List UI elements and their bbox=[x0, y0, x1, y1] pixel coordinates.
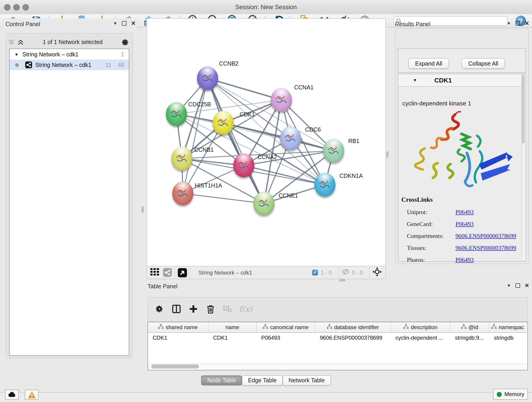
panel-close-icon[interactable]: ✕ bbox=[131, 20, 136, 27]
column-type-icon bbox=[263, 324, 268, 331]
table-hscrollbar-thumb[interactable] bbox=[151, 364, 199, 369]
node-CDK1[interactable] bbox=[213, 111, 234, 135]
trash-icon[interactable] bbox=[204, 302, 216, 316]
panel-close-icon[interactable]: ✕ bbox=[525, 282, 529, 289]
crosslink-link[interactable]: 9606.ENSP00000378699 bbox=[456, 244, 516, 252]
panel-float-icon[interactable] bbox=[122, 21, 127, 26]
function-icon[interactable]: f(x) bbox=[240, 302, 252, 316]
crosslinks-list: Uniprot:P06493GeneCard:P06493Compartment… bbox=[407, 209, 521, 268]
column-header-canonical-name[interactable]: canonical name bbox=[257, 322, 315, 332]
crosslink-link[interactable]: P06493 bbox=[456, 209, 474, 216]
column-header-description[interactable]: description bbox=[391, 322, 450, 332]
table-cell[interactable]: CDK1 bbox=[148, 333, 209, 343]
gene-symbol: CDK1 bbox=[434, 77, 452, 84]
network-label: String Network – cdk1 bbox=[35, 62, 105, 68]
crosslink-row: Compartments:9606.ENSP00000378699 bbox=[407, 232, 521, 240]
warning-icon[interactable] bbox=[25, 390, 38, 400]
split-columns-icon[interactable] bbox=[171, 302, 182, 316]
collapse-all-button[interactable]: Collapse All bbox=[462, 58, 505, 69]
node-label-CCNB2: CCNB2 bbox=[219, 61, 239, 67]
node-label-CCNA1: CCNA1 bbox=[294, 84, 314, 91]
results-panel-title: Results Panel bbox=[395, 20, 430, 28]
column-type-icon bbox=[404, 324, 409, 331]
gear-icon[interactable] bbox=[153, 302, 165, 316]
node-HIST1H1A[interactable] bbox=[172, 182, 193, 205]
node-CCNB2[interactable] bbox=[197, 66, 218, 90]
tree-expand-icon[interactable]: ▼ bbox=[13, 52, 20, 57]
protein-structure-image bbox=[410, 109, 520, 191]
table-cell[interactable]: CDK1 bbox=[209, 333, 257, 343]
network-view-name: String Network – cdk1 bbox=[198, 269, 252, 276]
node-CDC6[interactable] bbox=[280, 127, 301, 150]
gene-section-header[interactable]: ▼ CDK1 bbox=[398, 74, 521, 87]
table-cell[interactable]: P06493 bbox=[257, 333, 315, 343]
collection-count: 1 bbox=[121, 51, 124, 57]
memory-label: Memory bbox=[505, 391, 525, 397]
edge-CCNB2-HIST1H1A[interactable] bbox=[183, 78, 208, 193]
selected-checkbox-icon[interactable]: ✓ bbox=[312, 269, 318, 275]
column-header-namespac[interactable]: namespac bbox=[489, 322, 526, 332]
crosslink-link[interactable]: P06493 bbox=[456, 220, 474, 228]
network-tree-child-row[interactable]: String Network – cdk1 11 48 bbox=[10, 60, 129, 70]
panel-close-icon[interactable]: ✕ bbox=[525, 20, 529, 27]
node-CDC25B[interactable] bbox=[166, 102, 187, 126]
memory-button[interactable]: Memory bbox=[493, 389, 528, 400]
splitter-handle-left[interactable] bbox=[142, 206, 144, 213]
table-tabs: Node TableEdge TableNetwork Table bbox=[0, 375, 532, 387]
table-cell[interactable]: 9606.ENSP00000378699 bbox=[315, 333, 391, 343]
fit-selected-crosshair-icon[interactable] bbox=[373, 267, 382, 278]
column-label: shared name bbox=[166, 324, 198, 331]
edge-HIST1H1A-CCNE1[interactable] bbox=[183, 193, 264, 204]
node-CCNE1[interactable] bbox=[253, 191, 274, 216]
share-network-icon[interactable] bbox=[163, 268, 172, 277]
edge-CCNB2-CCNA1[interactable] bbox=[208, 78, 281, 100]
table-row[interactable]: CDK1CDK1P064939606.ENSP00000378699cyclin… bbox=[148, 333, 526, 343]
panel-float-icon[interactable] bbox=[515, 21, 520, 26]
string-network-icon bbox=[25, 61, 32, 68]
crosslink-link[interactable]: P06493 bbox=[456, 256, 474, 264]
network-canvas[interactable]: CCNB2CCNA1CDC25BCDK1CDC6RB1CCNB1CCNA2CDK… bbox=[147, 18, 386, 267]
network-tree-root-row[interactable]: ▼ String Network – cdk1 1 bbox=[10, 49, 129, 60]
control-panel-title: Control Panel bbox=[6, 20, 40, 28]
expand-all-icon[interactable] bbox=[17, 39, 24, 45]
section-collapse-icon[interactable]: ▼ bbox=[413, 78, 417, 83]
expand-all-button[interactable]: Expand All bbox=[408, 58, 449, 69]
splitter-handle-right[interactable] bbox=[386, 151, 389, 158]
column-header-shared-name[interactable]: shared name bbox=[148, 322, 209, 332]
open-in-new-icon[interactable] bbox=[178, 268, 187, 277]
crosslink-link[interactable]: 9606.ENSP00000378699 bbox=[456, 232, 516, 240]
node-CDKN1A[interactable] bbox=[314, 173, 336, 197]
panel-menu-icon[interactable]: ▼ bbox=[507, 21, 511, 26]
column-header-name[interactable]: name bbox=[209, 322, 257, 332]
node-CCNA2[interactable] bbox=[233, 153, 254, 177]
panel-menu-icon[interactable]: ▼ bbox=[507, 283, 511, 288]
gear-icon[interactable] bbox=[121, 38, 129, 46]
column-header-database-identifier[interactable]: database identifier bbox=[315, 322, 391, 332]
node-RB1[interactable] bbox=[323, 139, 344, 163]
tab-node-table[interactable]: Node Table bbox=[201, 375, 242, 385]
network-collection-label: String Network – cdk1 bbox=[22, 51, 121, 57]
table-cell[interactable]: stringdb bbox=[489, 333, 526, 343]
results-scrollbar-thumb[interactable] bbox=[522, 75, 525, 143]
crosslink-row: Pharos:P06493 bbox=[407, 256, 521, 264]
gene-description: cyclin-dependent kinase 1 bbox=[402, 100, 471, 107]
plus-icon[interactable] bbox=[187, 302, 199, 316]
tab-edge-table[interactable]: Edge Table bbox=[242, 375, 283, 385]
network-status-dot bbox=[15, 63, 19, 67]
table-cell[interactable]: stringdb:9... bbox=[450, 333, 489, 343]
panel-float-icon[interactable] bbox=[515, 283, 520, 288]
cloud-icon[interactable] bbox=[5, 390, 19, 400]
table-cell[interactable]: cyclin-dependent ... bbox=[391, 333, 450, 343]
node-CCNB1[interactable] bbox=[171, 147, 192, 171]
table-hscrollbar-track[interactable] bbox=[148, 364, 526, 370]
column-label: canonical name bbox=[270, 324, 309, 331]
tab-network-table[interactable]: Network Table bbox=[283, 375, 331, 385]
birdseye-grid-icon[interactable] bbox=[150, 268, 159, 277]
node-CCNA1[interactable] bbox=[271, 88, 292, 112]
delete-table-icon[interactable] bbox=[221, 302, 233, 316]
crosslink-label: Tissues: bbox=[407, 244, 456, 252]
column-header--id[interactable]: @id bbox=[450, 322, 489, 332]
node-label-CDC6: CDC6 bbox=[305, 127, 321, 133]
collapse-all-icon[interactable] bbox=[8, 39, 15, 45]
panel-menu-icon[interactable]: ▼ bbox=[113, 21, 117, 26]
